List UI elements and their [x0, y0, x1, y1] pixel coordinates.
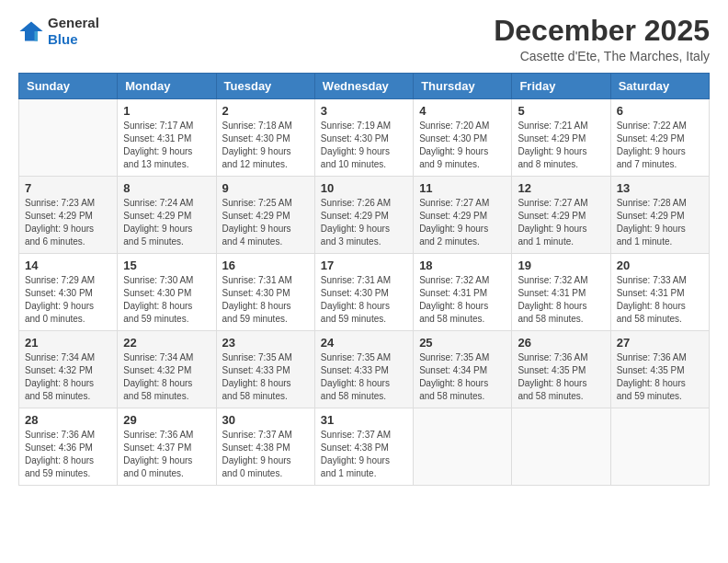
logo-general: General	[48, 15, 99, 30]
calendar-header-row: Sunday Monday Tuesday Wednesday Thursday…	[19, 74, 710, 99]
table-row: 1Sunrise: 7:17 AMSunset: 4:31 PMDaylight…	[118, 99, 216, 177]
day-detail: Sunrise: 7:29 AMSunset: 4:30 PMDaylight:…	[25, 274, 111, 326]
table-row: 8Sunrise: 7:24 AMSunset: 4:29 PMDaylight…	[118, 177, 216, 254]
table-row: 31Sunrise: 7:37 AMSunset: 4:38 PMDayligh…	[314, 408, 413, 486]
header-thursday: Thursday	[414, 74, 512, 99]
table-row: 6Sunrise: 7:22 AMSunset: 4:29 PMDaylight…	[610, 99, 709, 177]
table-row: 19Sunrise: 7:32 AMSunset: 4:31 PMDayligh…	[512, 254, 610, 331]
day-number: 29	[123, 413, 210, 427]
page-header: General Blue December 2025 Casette d'Ete…	[18, 15, 710, 63]
day-number: 7	[25, 181, 111, 195]
table-row: 12Sunrise: 7:27 AMSunset: 4:29 PMDayligh…	[512, 177, 610, 254]
header-tuesday: Tuesday	[216, 74, 314, 99]
day-number: 24	[321, 336, 407, 350]
header-friday: Friday	[512, 74, 610, 99]
day-detail: Sunrise: 7:36 AMSunset: 4:36 PMDaylight:…	[25, 429, 111, 480]
day-detail: Sunrise: 7:28 AMSunset: 4:29 PMDaylight:…	[617, 197, 703, 248]
day-number: 10	[321, 181, 407, 195]
day-number: 19	[518, 259, 604, 272]
day-detail: Sunrise: 7:36 AMSunset: 4:35 PMDaylight:…	[518, 351, 604, 403]
table-row	[610, 408, 709, 486]
day-detail: Sunrise: 7:32 AMSunset: 4:31 PMDaylight:…	[518, 274, 604, 326]
day-detail: Sunrise: 7:37 AMSunset: 4:38 PMDaylight:…	[222, 429, 309, 480]
title-block: December 2025 Casette d'Ete, The Marches…	[494, 15, 710, 63]
day-detail: Sunrise: 7:21 AMSunset: 4:29 PMDaylight:…	[518, 120, 604, 171]
subtitle: Casette d'Ete, The Marches, Italy	[494, 49, 710, 63]
svg-marker-0	[19, 22, 42, 41]
day-detail: Sunrise: 7:31 AMSunset: 4:30 PMDaylight:…	[321, 274, 407, 326]
table-row: 11Sunrise: 7:27 AMSunset: 4:29 PMDayligh…	[414, 177, 512, 254]
table-row: 18Sunrise: 7:32 AMSunset: 4:31 PMDayligh…	[414, 254, 512, 331]
table-row	[19, 99, 118, 177]
day-detail: Sunrise: 7:20 AMSunset: 4:30 PMDaylight:…	[419, 120, 506, 171]
table-row: 30Sunrise: 7:37 AMSunset: 4:38 PMDayligh…	[216, 408, 314, 486]
logo-icon	[18, 18, 44, 44]
day-detail: Sunrise: 7:17 AMSunset: 4:31 PMDaylight:…	[123, 120, 210, 171]
day-detail: Sunrise: 7:19 AMSunset: 4:30 PMDaylight:…	[321, 120, 407, 171]
table-row: 23Sunrise: 7:35 AMSunset: 4:33 PMDayligh…	[216, 331, 314, 408]
header-wednesday: Wednesday	[314, 74, 413, 99]
calendar-week-2: 7Sunrise: 7:23 AMSunset: 4:29 PMDaylight…	[19, 177, 710, 254]
day-detail: Sunrise: 7:32 AMSunset: 4:31 PMDaylight:…	[419, 274, 506, 326]
table-row: 13Sunrise: 7:28 AMSunset: 4:29 PMDayligh…	[610, 177, 709, 254]
logo-blue: Blue	[48, 31, 78, 47]
table-row: 25Sunrise: 7:35 AMSunset: 4:34 PMDayligh…	[414, 331, 512, 408]
day-number: 30	[222, 413, 309, 427]
day-detail: Sunrise: 7:27 AMSunset: 4:29 PMDaylight:…	[518, 197, 604, 248]
day-detail: Sunrise: 7:36 AMSunset: 4:35 PMDaylight:…	[617, 351, 703, 403]
day-number: 14	[25, 259, 111, 272]
day-number: 12	[518, 181, 604, 195]
table-row: 4Sunrise: 7:20 AMSunset: 4:30 PMDaylight…	[414, 99, 512, 177]
table-row: 29Sunrise: 7:36 AMSunset: 4:37 PMDayligh…	[118, 408, 216, 486]
day-number: 9	[222, 181, 309, 195]
day-detail: Sunrise: 7:30 AMSunset: 4:30 PMDaylight:…	[123, 274, 210, 326]
day-detail: Sunrise: 7:34 AMSunset: 4:32 PMDaylight:…	[123, 351, 210, 403]
day-detail: Sunrise: 7:23 AMSunset: 4:29 PMDaylight:…	[25, 197, 111, 248]
table-row: 9Sunrise: 7:25 AMSunset: 4:29 PMDaylight…	[216, 177, 314, 254]
table-row: 5Sunrise: 7:21 AMSunset: 4:29 PMDaylight…	[512, 99, 610, 177]
calendar-week-4: 21Sunrise: 7:34 AMSunset: 4:32 PMDayligh…	[19, 331, 710, 408]
table-row: 15Sunrise: 7:30 AMSunset: 4:30 PMDayligh…	[118, 254, 216, 331]
day-number: 23	[222, 336, 309, 350]
table-row: 28Sunrise: 7:36 AMSunset: 4:36 PMDayligh…	[19, 408, 118, 486]
header-monday: Monday	[118, 74, 216, 99]
day-number: 26	[518, 336, 604, 350]
table-row: 27Sunrise: 7:36 AMSunset: 4:35 PMDayligh…	[610, 331, 709, 408]
day-detail: Sunrise: 7:22 AMSunset: 4:29 PMDaylight:…	[617, 120, 703, 171]
day-number: 25	[419, 336, 506, 350]
day-number: 20	[617, 259, 703, 272]
table-row: 20Sunrise: 7:33 AMSunset: 4:31 PMDayligh…	[610, 254, 709, 331]
logo-text: General Blue	[48, 15, 99, 48]
table-row: 26Sunrise: 7:36 AMSunset: 4:35 PMDayligh…	[512, 331, 610, 408]
day-number: 31	[321, 413, 407, 427]
day-detail: Sunrise: 7:36 AMSunset: 4:37 PMDaylight:…	[123, 429, 210, 480]
day-detail: Sunrise: 7:18 AMSunset: 4:30 PMDaylight:…	[222, 120, 309, 171]
day-detail: Sunrise: 7:35 AMSunset: 4:33 PMDaylight:…	[321, 351, 407, 403]
table-row: 16Sunrise: 7:31 AMSunset: 4:30 PMDayligh…	[216, 254, 314, 331]
table-row	[414, 408, 512, 486]
logo: General Blue	[18, 15, 99, 48]
day-number: 16	[222, 259, 309, 272]
table-row: 21Sunrise: 7:34 AMSunset: 4:32 PMDayligh…	[19, 331, 118, 408]
day-number: 28	[25, 413, 111, 427]
day-number: 1	[123, 104, 210, 118]
day-detail: Sunrise: 7:25 AMSunset: 4:29 PMDaylight:…	[222, 197, 309, 248]
table-row: 17Sunrise: 7:31 AMSunset: 4:30 PMDayligh…	[314, 254, 413, 331]
day-number: 22	[123, 336, 210, 350]
day-detail: Sunrise: 7:26 AMSunset: 4:29 PMDaylight:…	[321, 197, 407, 248]
day-number: 15	[123, 259, 210, 272]
day-detail: Sunrise: 7:34 AMSunset: 4:32 PMDaylight:…	[25, 351, 111, 403]
table-row: 3Sunrise: 7:19 AMSunset: 4:30 PMDaylight…	[314, 99, 413, 177]
day-detail: Sunrise: 7:27 AMSunset: 4:29 PMDaylight:…	[419, 197, 506, 248]
day-number: 8	[123, 181, 210, 195]
table-row: 24Sunrise: 7:35 AMSunset: 4:33 PMDayligh…	[314, 331, 413, 408]
header-saturday: Saturday	[610, 74, 709, 99]
table-row: 2Sunrise: 7:18 AMSunset: 4:30 PMDaylight…	[216, 99, 314, 177]
day-number: 11	[419, 181, 506, 195]
day-number: 13	[617, 181, 703, 195]
table-row: 10Sunrise: 7:26 AMSunset: 4:29 PMDayligh…	[314, 177, 413, 254]
day-detail: Sunrise: 7:24 AMSunset: 4:29 PMDaylight:…	[123, 197, 210, 248]
day-detail: Sunrise: 7:35 AMSunset: 4:34 PMDaylight:…	[419, 351, 506, 403]
main-title: December 2025	[494, 15, 710, 47]
day-number: 17	[321, 259, 407, 272]
